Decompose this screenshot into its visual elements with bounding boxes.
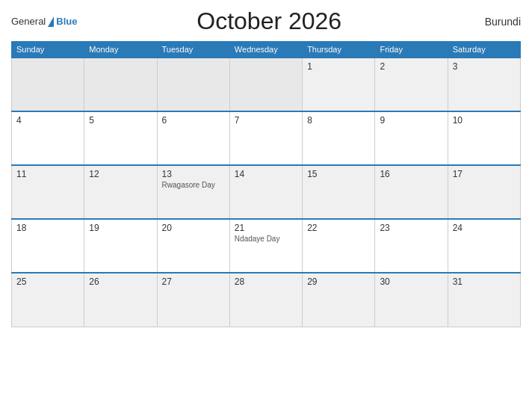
calendar-day-cell: 7: [229, 111, 302, 165]
calendar-day-cell: 29: [303, 273, 375, 327]
calendar-day-cell: 13Rwagasore Day: [157, 165, 229, 219]
day-number: 31: [453, 276, 516, 287]
calendar-day-cell: 30: [375, 273, 448, 327]
calendar-day-cell: 5: [84, 111, 157, 165]
calendar-day-cell: 1: [303, 58, 375, 111]
calendar-day-cell: 23: [375, 219, 448, 273]
event-label: Rwagasore Day: [162, 181, 225, 189]
country-label: Burundi: [461, 16, 521, 28]
day-number: 29: [307, 276, 370, 287]
calendar-day-cell: 20: [157, 219, 229, 273]
day-number: 12: [89, 169, 152, 179]
logo-triangle-icon: [48, 16, 54, 27]
logo: General Blue: [11, 16, 77, 27]
calendar-day-cell: 26: [84, 273, 157, 327]
calendar-day-cell: 10: [448, 111, 520, 165]
header-saturday: Saturday: [448, 42, 520, 58]
calendar-day-cell: 28: [229, 273, 302, 327]
calendar-day-cell: 25: [12, 273, 84, 327]
day-number: 22: [307, 223, 370, 233]
calendar-day-cell: 15: [303, 165, 375, 219]
calendar-week-row: 123: [12, 58, 521, 111]
calendar-day-cell: 9: [375, 111, 448, 165]
calendar-day-cell: 11: [12, 165, 84, 219]
calendar-title: October 2026: [77, 7, 461, 35]
calendar-day-cell: 18: [12, 219, 84, 273]
day-number: 11: [16, 169, 79, 179]
day-number: 8: [307, 115, 370, 126]
calendar-day-cell: 12: [84, 165, 157, 219]
calendar-week-row: 18192021Ndadaye Day222324: [12, 219, 521, 273]
calendar-day-cell: 2: [375, 58, 448, 111]
header-monday: Monday: [84, 42, 157, 58]
day-number: 28: [235, 276, 297, 287]
event-label: Ndadaye Day: [235, 235, 297, 243]
calendar-day-cell: 16: [375, 165, 448, 219]
header-wednesday: Wednesday: [229, 42, 302, 58]
calendar-day-cell: 31: [448, 273, 520, 327]
calendar-day-cell: 24: [448, 219, 520, 273]
day-number: 18: [16, 223, 79, 233]
calendar-container: General Blue October 2026 Burundi Sunday…: [0, 0, 532, 411]
calendar-day-cell: [157, 58, 229, 111]
calendar-grid: Sunday Monday Tuesday Wednesday Thursday…: [11, 41, 521, 327]
logo-general-text: General: [11, 16, 46, 27]
day-number: 23: [380, 223, 442, 233]
weekday-header-row: Sunday Monday Tuesday Wednesday Thursday…: [12, 42, 521, 58]
calendar-day-cell: 14: [229, 165, 302, 219]
day-number: 13: [162, 169, 225, 179]
calendar-day-cell: [229, 58, 302, 111]
calendar-day-cell: 19: [84, 219, 157, 273]
calendar-day-cell: 21Ndadaye Day: [229, 219, 302, 273]
day-number: 10: [453, 115, 516, 126]
day-number: 7: [235, 115, 297, 126]
day-number: 21: [235, 223, 297, 233]
day-number: 2: [380, 61, 442, 72]
calendar-day-cell: 8: [303, 111, 375, 165]
header-thursday: Thursday: [303, 42, 375, 58]
day-number: 14: [235, 169, 297, 179]
header-tuesday: Tuesday: [157, 42, 229, 58]
calendar-day-cell: 17: [448, 165, 520, 219]
day-number: 24: [453, 223, 516, 233]
calendar-week-row: 45678910: [12, 111, 521, 165]
calendar-day-cell: [12, 58, 84, 111]
day-number: 4: [16, 115, 79, 126]
day-number: 17: [453, 169, 516, 179]
calendar-day-cell: 27: [157, 273, 229, 327]
day-number: 16: [380, 169, 442, 179]
day-number: 27: [162, 276, 225, 287]
calendar-day-cell: [84, 58, 157, 111]
day-number: 3: [453, 61, 516, 72]
calendar-day-cell: 3: [448, 58, 520, 111]
calendar-header: General Blue October 2026 Burundi: [11, 7, 521, 35]
calendar-day-cell: 22: [303, 219, 375, 273]
logo-blue-text: Blue: [56, 16, 77, 27]
day-number: 5: [89, 115, 152, 126]
day-number: 1: [307, 61, 370, 72]
day-number: 6: [162, 115, 225, 126]
header-sunday: Sunday: [12, 42, 84, 58]
day-number: 9: [380, 115, 442, 126]
day-number: 20: [162, 223, 225, 233]
day-number: 25: [16, 276, 79, 287]
calendar-week-row: 111213Rwagasore Day14151617: [12, 165, 521, 219]
day-number: 15: [307, 169, 370, 179]
day-number: 26: [89, 276, 152, 287]
calendar-day-cell: 6: [157, 111, 229, 165]
calendar-day-cell: 4: [12, 111, 84, 165]
calendar-week-row: 25262728293031: [12, 273, 521, 327]
header-friday: Friday: [375, 42, 448, 58]
day-number: 19: [89, 223, 152, 233]
day-number: 30: [380, 276, 442, 287]
